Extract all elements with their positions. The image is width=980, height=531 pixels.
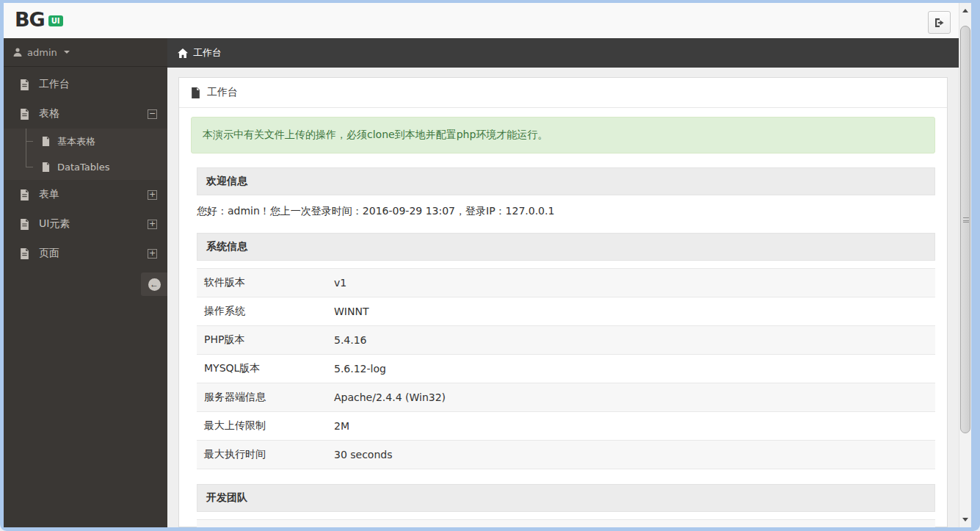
row-label: MYSQL版本: [197, 355, 327, 383]
sidebar-item-workbench[interactable]: 工作台: [4, 70, 167, 99]
sidebar-item-ui-elements[interactable]: UI元素 +: [4, 209, 167, 239]
row-value: liyu: [327, 520, 935, 528]
file-icon: [42, 137, 50, 146]
arrow-left-circle-icon: ←: [148, 278, 161, 291]
window-frame: BGUI admin: [0, 0, 980, 531]
row-label: 最大执行时间: [197, 441, 327, 469]
sidebar-menu: 工作台 表格 − 基本表格: [4, 67, 167, 296]
sign-out-icon: [933, 17, 945, 29]
scrollbar-grip-icon: [963, 217, 969, 223]
sidebar-item-tables[interactable]: 表格 −: [4, 99, 167, 129]
sidebar-subitem-label: 基本表格: [57, 135, 95, 148]
row-label: 操作系统: [197, 297, 327, 326]
table-row: MYSQL版本5.6.12-log: [197, 355, 935, 383]
triangle-down-icon: [962, 518, 968, 521]
section-header-welcome: 欢迎信息: [197, 167, 935, 195]
table-row: 最大上传限制2M: [197, 412, 935, 441]
section-header-team: 开发团队: [197, 484, 935, 512]
table-row: 操作系统WINNT: [197, 297, 935, 326]
home-icon: [178, 48, 188, 58]
user-dropdown[interactable]: admin: [4, 38, 167, 67]
row-value: WINNT: [327, 297, 935, 326]
sidebar-item-forms[interactable]: 表单 +: [4, 180, 167, 209]
window-scrollbar[interactable]: [959, 3, 971, 527]
row-value: 30 seconds: [327, 441, 935, 469]
panel-title: 工作台: [207, 86, 238, 99]
user-name: admin: [27, 47, 57, 58]
sidebar-collapse-button[interactable]: ←: [141, 272, 167, 296]
collapse-minus-icon[interactable]: −: [148, 109, 157, 119]
file-icon: [191, 87, 200, 98]
table-row: 软件版本v1: [197, 269, 935, 297]
page-content: 工作台 本演示中有关文件上传的操作，必须clone到本地并配置php环境才能运行…: [167, 68, 959, 527]
table-row: 创建者liyu: [197, 520, 935, 528]
scrollbar-up-button[interactable]: [959, 4, 971, 17]
file-icon: [20, 109, 29, 120]
sidebar-subitem-datatables[interactable]: DataTables: [4, 154, 167, 180]
sidebar-item-label: 页面: [39, 247, 59, 260]
file-icon: [20, 248, 29, 259]
sidebar-item-label: 表单: [39, 188, 59, 201]
team-info-table: 创建者liyu: [197, 519, 935, 527]
sidebar: admin 工作台 表格 −: [4, 38, 167, 527]
caret-down-icon: [64, 51, 70, 54]
expand-plus-icon[interactable]: +: [148, 190, 157, 200]
row-label: 最大上传限制: [197, 412, 327, 441]
expand-plus-icon[interactable]: +: [148, 220, 157, 229]
row-label: 软件版本: [197, 269, 327, 297]
triangle-up-icon: [962, 9, 968, 12]
expand-plus-icon[interactable]: +: [148, 249, 157, 259]
sidebar-subitem-basic-tables[interactable]: 基本表格: [4, 129, 167, 154]
user-icon: [13, 48, 22, 57]
row-value: 5.4.16: [327, 326, 935, 355]
row-value: 2M: [327, 412, 935, 441]
row-value: 5.6.12-log: [327, 355, 935, 383]
logo-text: BG: [15, 8, 45, 31]
panel-body: 本演示中有关文件上传的操作，必须clone到本地并配置php环境才能运行。 欢迎…: [179, 108, 947, 527]
file-icon: [20, 189, 29, 201]
row-value: Apache/2.4.4 (Win32): [327, 383, 935, 412]
sidebar-subitem-label: DataTables: [57, 162, 109, 173]
sidebar-collapse-row: ←: [4, 272, 167, 296]
welcome-text: 您好：admin！您上一次登录时间：2016-09-29 13:07，登录IP：…: [197, 205, 929, 218]
sidebar-item-label: 工作台: [39, 78, 70, 91]
section-header-system: 系统信息: [197, 233, 935, 261]
table-row: 最大执行时间30 seconds: [197, 441, 935, 469]
table-row: 服务器端信息Apache/2.4.4 (Win32): [197, 383, 935, 412]
scrollbar-thumb[interactable]: [960, 26, 970, 433]
row-label: PHP版本: [197, 326, 327, 355]
success-alert: 本演示中有关文件上传的操作，必须clone到本地并配置php环境才能运行。: [191, 117, 935, 153]
row-label: 创建者: [197, 520, 327, 528]
main-area: 工作台 工作台 本演示中有关文件上传的操作，必须clone到本地并配置php环境…: [167, 38, 959, 527]
tables-submenu: 基本表格 DataTables: [4, 129, 167, 180]
scrollbar-down-button[interactable]: [959, 513, 971, 526]
sidebar-item-label: 表格: [39, 107, 59, 120]
app-header: BGUI: [4, 3, 959, 38]
file-icon: [42, 162, 50, 172]
row-value: v1: [327, 269, 935, 297]
workbench-panel: 工作台 本演示中有关文件上传的操作，必须clone到本地并配置php环境才能运行…: [178, 77, 948, 527]
breadcrumb-label: 工作台: [193, 46, 222, 59]
app-logo: BGUI: [15, 8, 63, 31]
sidebar-item-label: UI元素: [39, 217, 70, 231]
logo-ui-badge: UI: [48, 15, 63, 26]
table-row: PHP版本5.4.16: [197, 326, 935, 355]
row-label: 服务器端信息: [197, 383, 327, 412]
file-icon: [20, 79, 29, 90]
breadcrumb[interactable]: 工作台: [167, 38, 959, 68]
system-info-table: 软件版本v1 操作系统WINNT PHP版本5.4.16 MYSQL版本5.6.…: [197, 268, 935, 469]
panel-heading: 工作台: [179, 78, 947, 108]
file-icon: [20, 219, 29, 230]
sidebar-item-pages[interactable]: 页面 +: [4, 239, 167, 268]
logout-button[interactable]: [928, 11, 951, 34]
